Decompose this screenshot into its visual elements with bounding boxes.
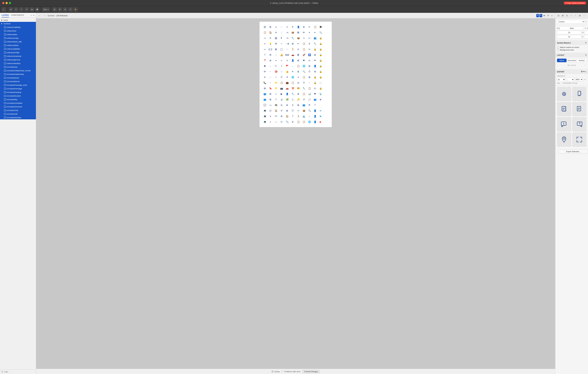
- icon-cell[interactable]: ✏: [296, 41, 301, 46]
- icon-cell[interactable]: ✈: [290, 69, 295, 74]
- icon-cell[interactable]: 📦: [290, 30, 295, 35]
- inspector-badge-1[interactable]: A: [536, 14, 539, 17]
- height-input[interactable]: [585, 31, 588, 34]
- canvas-nav-prev[interactable]: ←: [38, 14, 41, 17]
- align-center-btn[interactable]: ⊠: [561, 14, 565, 17]
- icon-cell[interactable]: 🎙: [279, 35, 284, 41]
- icon-cell[interactable]: 🔍: [307, 108, 312, 113]
- icon-cell[interactable]: 🔧: [290, 91, 295, 96]
- icon-cell[interactable]: 💼: [284, 80, 290, 85]
- select-button[interactable]: ⬡: [14, 7, 18, 12]
- icon-cell[interactable]: 📋: [301, 41, 306, 46]
- icon-cell[interactable]: ⏱: [307, 69, 312, 74]
- layer-item[interactable]: ic/device/mobile: [0, 51, 36, 54]
- icon-cell[interactable]: ((·)): [268, 47, 273, 52]
- icon-cell[interactable]: 🔧: [301, 86, 306, 91]
- layer-item[interactable]: ic/contact/message_send: [0, 83, 36, 87]
- icon-cell[interactable]: ☑: [268, 108, 273, 113]
- layer-item[interactable]: ic/contact/meeting: [0, 90, 36, 94]
- run-prototype-btn[interactable]: ▶: [543, 14, 546, 17]
- icon-cell[interactable]: 📍: [262, 58, 267, 63]
- dim4-input[interactable]: [584, 35, 588, 39]
- align-right-btn[interactable]: ⊡: [565, 14, 569, 17]
- icon-cell[interactable]: ≡: [284, 24, 290, 30]
- icon-cell[interactable]: ⊞: [262, 86, 267, 91]
- dim3-input[interactable]: [557, 35, 581, 39]
- icon-cell[interactable]: 📋: [296, 119, 301, 124]
- export-add-icon[interactable]: +: [585, 71, 586, 73]
- icon-cell[interactable]: ⊞: [284, 108, 290, 113]
- icon-cell[interactable]: ⊞: [296, 102, 301, 108]
- icon-cell[interactable]: 📋: [296, 63, 301, 69]
- icon-cell[interactable]: 🌐: [307, 119, 312, 124]
- text-button[interactable]: Aa: [30, 7, 34, 12]
- icon-cell[interactable]: 📋: [301, 91, 306, 96]
- icon-cell[interactable]: 👁: [307, 102, 312, 108]
- icon-cell[interactable]: ♿: [307, 52, 312, 57]
- icon-cell[interactable]: ⊕: [301, 24, 306, 30]
- icon-cell[interactable]: 📊: [307, 91, 312, 96]
- symbol-masters-header[interactable]: Symbol Masters ▾: [555, 41, 588, 45]
- icon-cell[interactable]: 📋: [279, 80, 284, 85]
- icon-cell[interactable]: 🖥: [296, 91, 301, 96]
- icon-cell[interactable]: 🔒: [312, 47, 318, 52]
- icon-cell[interactable]: ↑≡: [284, 30, 290, 35]
- maximize-button[interactable]: [9, 2, 11, 4]
- icon-cell[interactable]: 🔍: [284, 119, 290, 124]
- icon-cell[interactable]: »: [279, 63, 284, 69]
- icon-cell[interactable]: 📋: [301, 119, 306, 124]
- icon-cell[interactable]: €: [307, 41, 312, 46]
- icon-cell[interactable]: 💡: [268, 41, 273, 46]
- layer-item[interactable]: ic/contact/location: [0, 94, 36, 98]
- icon-cell[interactable]: ↑≡: [284, 35, 290, 41]
- export-remove-btn[interactable]: ×: [584, 78, 586, 81]
- icon-cell[interactable]: ···: [279, 24, 284, 30]
- icon-cell[interactable]: ▶: [279, 91, 284, 96]
- icon-cell[interactable]: ⊞: [307, 75, 312, 80]
- canvas-nav-next[interactable]: →: [43, 14, 46, 17]
- icon-cell[interactable]: ▭: [262, 35, 267, 41]
- icon-cell[interactable]: ⚠: [290, 97, 295, 102]
- icon-cell[interactable]: ?: [290, 114, 295, 119]
- icon-cell[interactable]: 👤: [296, 24, 301, 30]
- icon-cell[interactable]: ⊘: [290, 119, 295, 124]
- icon-cell[interactable]: 👥: [301, 102, 306, 108]
- layers-button[interactable]: ⊕: [9, 7, 13, 12]
- close-button[interactable]: [2, 2, 4, 4]
- icon-cell[interactable]: 🚗: [284, 86, 290, 91]
- icon-cell[interactable]: ○: [279, 69, 284, 74]
- icon-cell[interactable]: —: [273, 119, 279, 124]
- icon-cell[interactable]: 💻: [262, 108, 267, 113]
- icon-cell[interactable]: 🏠: [268, 30, 273, 35]
- icon-cell[interactable]: 💝: [290, 86, 295, 91]
- icon-cell[interactable]: 💻: [262, 114, 267, 119]
- layer-item[interactable]: ic/contact/chat: [0, 108, 36, 112]
- icon-cell[interactable]: 📁: [273, 80, 279, 85]
- icon-cell[interactable]: ▶: [318, 119, 323, 124]
- icon-cell[interactable]: 👁‍🗨: [273, 102, 279, 108]
- icon-cell[interactable]: 📡: [318, 91, 323, 96]
- icon-cell[interactable]: 📋: [307, 86, 312, 91]
- icon-cell[interactable]: 🎯: [273, 69, 279, 74]
- breadcrumb-artboards[interactable]: 220 Artboards: [56, 15, 68, 17]
- icon-cell[interactable]: ⚖: [296, 80, 301, 85]
- icon-cell[interactable]: →: [307, 80, 312, 85]
- icon-cell[interactable]: ≡: [262, 41, 267, 46]
- icon-cell[interactable]: ✈: [262, 75, 267, 80]
- icon-cell[interactable]: 🏛: [296, 30, 301, 35]
- icon-cell[interactable]: ↩: [312, 30, 318, 35]
- icon-cell[interactable]: 🚀: [301, 52, 306, 57]
- icon-cell[interactable]: in: [318, 108, 323, 113]
- inspector-chevron[interactable]: ▾: [586, 21, 586, 23]
- adjust-content-checkbox[interactable]: [557, 46, 559, 48]
- icon-cell[interactable]: ⏻: [273, 35, 279, 41]
- commit-changes-button[interactable]: Commit Changes: [302, 370, 320, 373]
- icon-cell[interactable]: 👍: [284, 69, 290, 74]
- icon-cell[interactable]: 🏃: [290, 47, 295, 52]
- icon-cell[interactable]: 🔔: [279, 52, 284, 57]
- icon-cell[interactable]: 🔒: [318, 47, 323, 52]
- settings-btn[interactable]: ⚙: [546, 14, 550, 17]
- icon-cell[interactable]: ▭: [268, 102, 273, 108]
- icon-cell[interactable]: ↑: [268, 80, 273, 85]
- layer-item[interactable]: ic/contact/faq: [0, 98, 36, 101]
